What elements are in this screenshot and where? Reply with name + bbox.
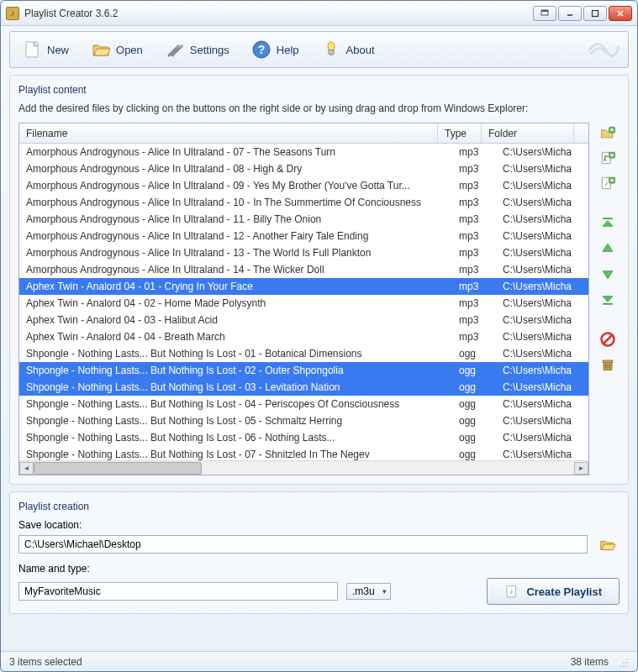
cell-type: mp3: [452, 281, 496, 292]
table-row[interactable]: Shpongle - Nothing Lasts... But Nothing …: [19, 362, 588, 379]
table-row[interactable]: Shpongle - Nothing Lasts... But Nothing …: [19, 429, 588, 446]
table-body[interactable]: Amorphous Androgynous - Alice In Ultrala…: [19, 144, 588, 460]
move-up-button[interactable]: [598, 239, 618, 259]
about-button[interactable]: About: [316, 36, 380, 63]
table-row[interactable]: Amorphous Androgynous - Alice In Ultrala…: [19, 244, 588, 261]
cell-type: mp3: [452, 163, 496, 175]
help-window-button[interactable]: [533, 6, 556, 21]
add-file-button[interactable]: ♪: [598, 173, 618, 193]
close-button[interactable]: [609, 6, 632, 21]
create-playlist-button[interactable]: ♪ Create Playlist: [487, 578, 620, 605]
table-row[interactable]: Shpongle - Nothing Lasts... But Nothing …: [19, 379, 588, 396]
column-header-filename[interactable]: Filename: [19, 123, 438, 143]
add-playlist-button[interactable]: [598, 148, 618, 168]
help-icon: ?: [251, 39, 272, 60]
table-row[interactable]: Aphex Twin - Analord 04 - 02 - Home Made…: [19, 295, 588, 312]
cell-folder: C:\Users\Micha: [496, 314, 588, 326]
statusbar: 3 items selected 38 items: [1, 651, 637, 671]
table-row[interactable]: Amorphous Androgynous - Alice In Ultrala…: [19, 211, 588, 228]
svg-rect-13: [329, 50, 334, 54]
table-row[interactable]: Amorphous Androgynous - Alice In Ultrala…: [19, 144, 588, 160]
cell-filename: Amorphous Androgynous - Alice In Ultrala…: [19, 264, 452, 276]
minimize-button[interactable]: [558, 6, 582, 21]
playlist-creation-group: Playlist creation Save location: Name an…: [9, 491, 629, 614]
table-row[interactable]: Amorphous Androgynous - Alice In Ultrala…: [19, 194, 588, 211]
table-row[interactable]: Shpongle - Nothing Lasts... But Nothing …: [19, 396, 588, 412]
table-row[interactable]: Shpongle - Nothing Lasts... But Nothing …: [19, 446, 588, 460]
extension-selected-label: .m3u: [352, 585, 375, 597]
settings-label: Settings: [190, 44, 229, 56]
create-playlist-icon: ♪: [504, 584, 519, 599]
table-row[interactable]: Aphex Twin - Analord 04 - 04 - Breath Ma…: [19, 328, 588, 345]
column-header-type[interactable]: Type: [438, 123, 482, 143]
titlebar[interactable]: ♪ Playlist Creator 3.6.2: [1, 1, 637, 26]
cell-filename: Shpongle - Nothing Lasts... But Nothing …: [19, 415, 452, 427]
cell-folder: C:\Users\Micha: [496, 365, 588, 376]
cell-folder: C:\Users\Micha: [496, 264, 588, 276]
cell-filename: Shpongle - Nothing Lasts... But Nothing …: [19, 449, 452, 460]
svg-text:?: ?: [258, 43, 266, 56]
new-button[interactable]: New: [17, 36, 74, 63]
hscroll-right-button[interactable]: ►: [574, 462, 588, 475]
svg-point-40: [623, 662, 625, 664]
about-label: About: [346, 44, 375, 56]
hscroll-left-button[interactable]: ◄: [19, 462, 34, 475]
cell-folder: C:\Users\Micha: [496, 432, 588, 444]
playlist-creation-title: Playlist creation: [18, 501, 620, 512]
resize-grip-icon[interactable]: [617, 656, 629, 668]
cell-filename: Amorphous Androgynous - Alice In Ultrala…: [19, 163, 452, 175]
window-title: Playlist Creator 3.6.2: [24, 8, 533, 19]
cell-folder: C:\Users\Micha: [496, 449, 588, 460]
table-row[interactable]: Amorphous Androgynous - Alice In Ultrala…: [19, 228, 588, 244]
table-row[interactable]: Amorphous Androgynous - Alice In Ultrala…: [19, 160, 588, 177]
cell-folder: C:\Users\Micha: [496, 281, 588, 292]
svg-point-19: [604, 159, 606, 161]
table-row[interactable]: Aphex Twin - Analord 04 - 01 - Crying In…: [19, 278, 588, 295]
clear-button[interactable]: [598, 354, 618, 375]
cell-type: ogg: [452, 449, 496, 460]
new-file-icon: [22, 39, 42, 60]
table-row[interactable]: Amorphous Androgynous - Alice In Ultrala…: [19, 261, 588, 278]
hscroll-thumb[interactable]: [34, 462, 202, 475]
hscroll-track[interactable]: [34, 462, 574, 475]
svg-point-43: [623, 665, 625, 667]
maximize-button[interactable]: [583, 6, 607, 21]
playlist-name-input[interactable]: [18, 582, 338, 601]
cell-type: ogg: [452, 348, 496, 360]
remove-button[interactable]: [598, 329, 618, 349]
cell-type: ogg: [452, 415, 496, 427]
cell-filename: Shpongle - Nothing Lasts... But Nothing …: [19, 365, 452, 376]
column-header-folder[interactable]: Folder: [482, 123, 574, 143]
table-row[interactable]: Aphex Twin - Analord 04 - 03 - Halibut A…: [19, 312, 588, 328]
table-row[interactable]: Amorphous Androgynous - Alice In Ultrala…: [19, 177, 588, 194]
cell-filename: Amorphous Androgynous - Alice In Ultrala…: [19, 230, 452, 242]
help-button[interactable]: ? Help: [246, 36, 304, 63]
extension-select[interactable]: .m3u: [346, 583, 391, 600]
create-playlist-label: Create Playlist: [526, 585, 602, 598]
cell-filename: Amorphous Androgynous - Alice In Ultrala…: [19, 197, 452, 208]
cell-folder: C:\Users\Micha: [496, 213, 588, 225]
open-button[interactable]: Open: [86, 36, 148, 63]
save-location-input[interactable]: [18, 535, 588, 554]
name-type-label: Name and type:: [18, 563, 620, 575]
svg-point-44: [626, 665, 628, 667]
status-selected-text: 3 items selected: [9, 656, 571, 668]
cell-type: ogg: [452, 398, 496, 410]
add-folder-button[interactable]: [598, 123, 618, 143]
cell-folder: C:\Users\Micha: [496, 230, 588, 242]
horizontal-scrollbar[interactable]: ◄ ►: [19, 460, 588, 475]
cell-folder: C:\Users\Micha: [496, 247, 588, 259]
move-down-button[interactable]: [598, 264, 618, 284]
svg-point-9: [177, 45, 180, 48]
table-row[interactable]: Shpongle - Nothing Lasts... But Nothing …: [19, 412, 588, 429]
svg-text:♪: ♪: [604, 179, 609, 187]
status-total-text: 38 items: [571, 656, 609, 668]
move-top-button[interactable]: [598, 213, 618, 234]
move-bottom-button[interactable]: [598, 289, 618, 309]
cell-type: mp3: [452, 331, 496, 343]
browse-location-button[interactable]: [596, 534, 620, 554]
cell-type: ogg: [452, 381, 496, 393]
table-row[interactable]: Shpongle - Nothing Lasts... But Nothing …: [19, 345, 588, 362]
new-label: New: [47, 44, 69, 56]
settings-button[interactable]: Settings: [160, 36, 235, 63]
